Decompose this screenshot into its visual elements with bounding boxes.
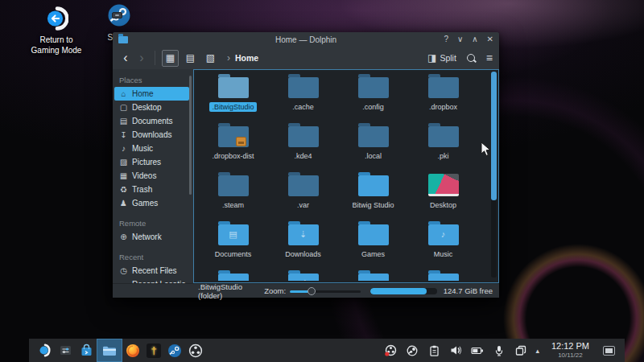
folder-label: .cache (290, 102, 316, 112)
microphone-tray-icon[interactable] (492, 339, 506, 362)
sidebar-item-home[interactable]: ⌂ Home (114, 87, 189, 101)
sidebar-item-label: Recent Files (132, 266, 177, 275)
game-launcher-button[interactable]: † (143, 339, 164, 362)
window-title: Home — Dolphin (113, 35, 499, 44)
sidebar-item-recent-locations[interactable]: ◔ Recent Locatio... (113, 278, 193, 283)
pictures-icon: ▨ (119, 158, 128, 167)
folder-icon (288, 77, 319, 98)
desktop-preview-icon (428, 174, 459, 196)
obs-studio-button[interactable] (185, 339, 206, 362)
menu-button[interactable]: ≡ (486, 51, 493, 64)
selection-info: .BitwigStudio (folder) (198, 282, 264, 300)
sidebar-item-trash[interactable]: ♻ Trash (113, 183, 193, 196)
system-settings-button[interactable] (55, 339, 76, 362)
folder-item[interactable]: .dropbox-dist (198, 121, 268, 170)
steam-tray-icon[interactable] (405, 339, 419, 362)
search-icon[interactable] (466, 53, 477, 64)
sidebar-item-downloads[interactable]: ↧ Downloads (113, 128, 193, 142)
scrollbar-thumb[interactable] (491, 72, 497, 200)
virtual-desktop-pager[interactable] (603, 346, 615, 356)
folder-item[interactable]: ▨ (198, 268, 268, 281)
folder-label: .pki (435, 151, 451, 161)
sidebar-item-videos[interactable]: ▦ Videos (113, 169, 193, 183)
section-header-places: Places (113, 72, 193, 87)
details-view-button[interactable]: ▧ (202, 50, 219, 67)
folder-item[interactable]: ◺ (338, 268, 408, 281)
folder-item[interactable]: ♪ Music (408, 219, 478, 268)
sidebar-item-games[interactable]: ♟ Games (113, 196, 193, 210)
sidebar-item-documents[interactable]: ▤ Documents (113, 114, 193, 128)
breadcrumb-location[interactable]: Home (235, 53, 258, 63)
maximize-button[interactable]: ∧ (472, 32, 477, 47)
folder-item[interactable]: .cache (268, 72, 338, 121)
places-panel: Places ⌂ Home ▢ Desktop ▤ Documents ↧ Do… (113, 69, 193, 283)
folder-icon: ▤ (218, 224, 249, 245)
folder-item[interactable]: ☌ (268, 268, 338, 281)
sidebar-item-music[interactable]: ♪ Music (113, 142, 193, 155)
minimize-button[interactable]: ∨ (457, 32, 463, 47)
folder-item[interactable]: .var (268, 170, 338, 219)
folder-label: .kde4 (291, 151, 314, 161)
folder-item[interactable]: .local (338, 121, 408, 170)
folder-view[interactable]: .BitwigStudio .cache .config .dropbox .d… (193, 69, 499, 283)
forward-button[interactable]: › (135, 48, 148, 68)
taskbar: † (29, 339, 625, 362)
folder-icon: ▦ (428, 274, 459, 281)
close-button[interactable]: ✕ (487, 32, 493, 47)
status-bar: .BitwigStudio (folder) Zoom: 124.7 GiB f… (113, 283, 499, 298)
compact-view-button[interactable]: ▤ (182, 50, 199, 67)
application-launcher-button[interactable] (34, 339, 55, 362)
home-icon: ⌂ (119, 89, 128, 98)
folder-item[interactable]: .pki (408, 121, 478, 170)
firefox-button[interactable] (122, 339, 143, 362)
downloads-icon: ↧ (119, 130, 128, 139)
folder-grid: .BitwigStudio .cache .config .dropbox .d… (198, 72, 481, 281)
expand-tray-button[interactable]: ▴ (535, 347, 539, 355)
steam-icon (106, 2, 132, 30)
folder-icon (428, 126, 459, 147)
folder-item[interactable]: .config (338, 72, 408, 121)
folder-item[interactable]: Desktop (408, 170, 478, 219)
free-space-label: 124.7 GiB free (444, 286, 493, 295)
notifications-tray-icon[interactable] (514, 339, 528, 362)
desktop-icon-return-to-gaming-mode[interactable]: Return to Gaming Mode (26, 6, 87, 56)
clipboard-tray-icon[interactable] (427, 339, 441, 362)
volume-tray-icon[interactable] (448, 339, 463, 362)
folder-item[interactable]: ▦ (408, 268, 478, 281)
back-button[interactable]: ‹ (119, 48, 132, 68)
sidebar-item-network[interactable]: ⊕ Network (113, 230, 193, 244)
sidebar-item-label: Games (132, 199, 158, 208)
icons-view-button[interactable]: ▦ (162, 50, 179, 67)
folder-item[interactable]: .BitwigStudio (198, 72, 268, 121)
folder-item[interactable]: ⇣ Downloads (268, 219, 338, 268)
folder-item[interactable]: .kde4 (268, 121, 338, 170)
steam-button[interactable] (164, 339, 185, 362)
folder-item[interactable]: Bitwig Studio (338, 170, 408, 219)
sidebar-item-recent-files[interactable]: ◷ Recent Files (113, 264, 193, 278)
obs-recording-tray-icon[interactable] (383, 339, 398, 362)
sidebar-scrollbar[interactable] (189, 76, 192, 195)
folder-icon (358, 77, 389, 98)
folder-item[interactable]: .steam (198, 170, 268, 219)
folder-item[interactable]: Games (338, 219, 408, 268)
sidebar-item-label: Home (132, 89, 154, 98)
battery-tray-icon[interactable] (470, 339, 485, 362)
split-button[interactable]: ◨ Split (427, 52, 456, 64)
folder-item[interactable]: .dropbox (408, 72, 478, 121)
digital-clock[interactable]: 12:12 PM 10/11/22 (551, 342, 589, 360)
sidebar-item-pictures[interactable]: ▨ Pictures (113, 155, 193, 169)
folder-item[interactable]: ▤ Documents (198, 219, 268, 268)
zoom-slider[interactable] (290, 286, 361, 295)
folder-label: .steam (220, 200, 246, 210)
sidebar-item-label: Recent Locatio... (132, 280, 192, 283)
folder-icon (358, 224, 389, 245)
dolphin-window: Home — Dolphin ? ∨ ∧ ✕ ‹ › ▦ ▤ ▧ › Home … (113, 32, 499, 298)
pictures-glyph-icon: ▨ (218, 274, 249, 281)
dolphin-task-button[interactable] (97, 339, 122, 362)
sidebar-item-desktop[interactable]: ▢ Desktop (113, 101, 193, 114)
discover-button[interactable] (76, 339, 97, 362)
folder-label: .local (362, 151, 384, 161)
zoom-slider-handle[interactable] (308, 287, 316, 295)
titlebar[interactable]: Home — Dolphin ? ∨ ∧ ✕ (113, 32, 499, 47)
help-button[interactable]: ? (444, 32, 448, 47)
